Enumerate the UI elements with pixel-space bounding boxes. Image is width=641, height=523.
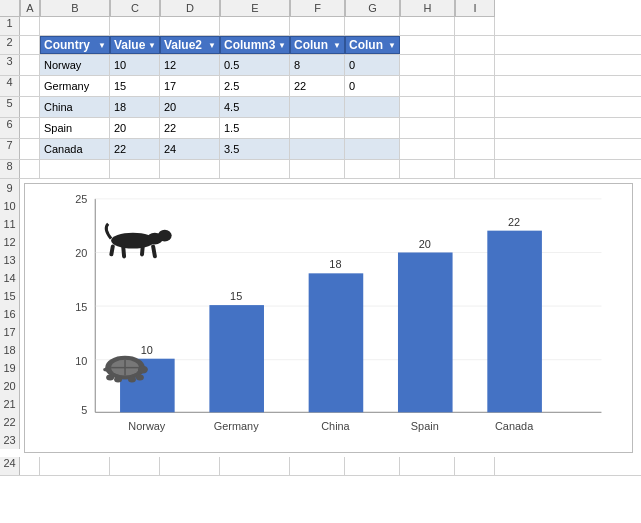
cell-24H[interactable] (400, 457, 455, 475)
cell-24I[interactable] (455, 457, 495, 475)
cell-3E[interactable]: 0.5 (220, 55, 290, 75)
cell-3G[interactable]: 0 (345, 55, 400, 75)
cell-2H[interactable] (400, 36, 455, 54)
cell-24G[interactable] (345, 457, 400, 475)
cell-5C[interactable]: 18 (110, 97, 160, 117)
cell-7I[interactable] (455, 139, 495, 159)
cell-1G[interactable] (345, 17, 400, 35)
col-header-A[interactable]: A (20, 0, 40, 17)
cell-2A[interactable] (20, 36, 40, 54)
filter-arrow-country[interactable]: ▼ (98, 41, 106, 50)
cell-1A[interactable] (20, 17, 40, 35)
cell-3A[interactable] (20, 55, 40, 75)
cell-8F[interactable] (290, 160, 345, 178)
filter-arrow-value[interactable]: ▼ (148, 41, 156, 50)
filter-arrow-colF[interactable]: ▼ (333, 41, 341, 50)
cell-24E[interactable] (220, 457, 290, 475)
cell-5E[interactable]: 4.5 (220, 97, 290, 117)
cell-7F[interactable] (290, 139, 345, 159)
table-header-value2[interactable]: Value2 ▼ (160, 36, 220, 54)
svg-rect-12 (151, 244, 157, 258)
col-header-H[interactable]: H (400, 0, 455, 17)
col-header-E[interactable]: E (220, 0, 290, 17)
cell-4I[interactable] (455, 76, 495, 96)
cell-1I[interactable] (455, 17, 495, 35)
cell-7H[interactable] (400, 139, 455, 159)
cell-24D[interactable] (160, 457, 220, 475)
cell-8A[interactable] (20, 160, 40, 178)
cell-24A[interactable] (20, 457, 40, 475)
table-header-colG[interactable]: Colun ▼ (345, 36, 400, 54)
cell-7C[interactable]: 22 (110, 139, 160, 159)
cell-1F[interactable] (290, 17, 345, 35)
cell-6A[interactable] (20, 118, 40, 138)
cell-4A[interactable] (20, 76, 40, 96)
bar-label-spain: Spain (411, 420, 439, 432)
cell-1B[interactable] (40, 17, 110, 35)
cell-4E[interactable]: 2.5 (220, 76, 290, 96)
col-header-F[interactable]: F (290, 0, 345, 17)
filter-arrow-colG[interactable]: ▼ (388, 41, 396, 50)
cell-6G[interactable] (345, 118, 400, 138)
cell-7A[interactable] (20, 139, 40, 159)
cell-3B[interactable]: Norway (40, 55, 110, 75)
col-header-I[interactable]: I (455, 0, 495, 17)
cell-3I[interactable] (455, 55, 495, 75)
cell-8G[interactable] (345, 160, 400, 178)
cell-3H[interactable] (400, 55, 455, 75)
cell-8I[interactable] (455, 160, 495, 178)
header-value2-label: Value2 (164, 38, 202, 52)
filter-arrow-column3[interactable]: ▼ (278, 41, 286, 50)
cell-4D[interactable]: 17 (160, 76, 220, 96)
cell-4B[interactable]: Germany (40, 76, 110, 96)
cell-1D[interactable] (160, 17, 220, 35)
cell-6F[interactable] (290, 118, 345, 138)
cell-4H[interactable] (400, 76, 455, 96)
table-header-column3[interactable]: Column3 ▼ (220, 36, 290, 54)
cell-2I[interactable] (455, 36, 495, 54)
cell-4C[interactable]: 15 (110, 76, 160, 96)
filter-arrow-value2[interactable]: ▼ (208, 41, 216, 50)
header-colF-label: Colun (294, 38, 328, 52)
cell-6I[interactable] (455, 118, 495, 138)
cell-1H[interactable] (400, 17, 455, 35)
col-header-D[interactable]: D (160, 0, 220, 17)
cell-24B[interactable] (40, 457, 110, 475)
cell-3F[interactable]: 8 (290, 55, 345, 75)
cell-7G[interactable] (345, 139, 400, 159)
cell-5H[interactable] (400, 97, 455, 117)
cell-5A[interactable] (20, 97, 40, 117)
table-header-colF[interactable]: Colun ▼ (290, 36, 345, 54)
cell-8C[interactable] (110, 160, 160, 178)
cell-8E[interactable] (220, 160, 290, 178)
cell-7E[interactable]: 3.5 (220, 139, 290, 159)
cell-5D[interactable]: 20 (160, 97, 220, 117)
cell-1C[interactable] (110, 17, 160, 35)
cell-3C[interactable]: 10 (110, 55, 160, 75)
cell-8B[interactable] (40, 160, 110, 178)
cell-24F[interactable] (290, 457, 345, 475)
cell-7B[interactable]: Canada (40, 139, 110, 159)
cell-6E[interactable]: 1.5 (220, 118, 290, 138)
cell-5F[interactable] (290, 97, 345, 117)
col-header-B[interactable]: B (40, 0, 110, 17)
cell-24C[interactable] (110, 457, 160, 475)
cell-8H[interactable] (400, 160, 455, 178)
col-header-G[interactable]: G (345, 0, 400, 17)
cell-6C[interactable]: 20 (110, 118, 160, 138)
cell-5G[interactable] (345, 97, 400, 117)
cell-3D[interactable]: 12 (160, 55, 220, 75)
table-header-value[interactable]: Value ▼ (110, 36, 160, 54)
cell-7D[interactable]: 24 (160, 139, 220, 159)
cell-5I[interactable] (455, 97, 495, 117)
cell-5B[interactable]: China (40, 97, 110, 117)
cell-1E[interactable] (220, 17, 290, 35)
cell-4F[interactable]: 22 (290, 76, 345, 96)
col-header-C[interactable]: C (110, 0, 160, 17)
cell-6H[interactable] (400, 118, 455, 138)
cell-6D[interactable]: 22 (160, 118, 220, 138)
cell-4G[interactable]: 0 (345, 76, 400, 96)
cell-6B[interactable]: Spain (40, 118, 110, 138)
cell-8D[interactable] (160, 160, 220, 178)
table-header-country[interactable]: Country ▼ (40, 36, 110, 54)
